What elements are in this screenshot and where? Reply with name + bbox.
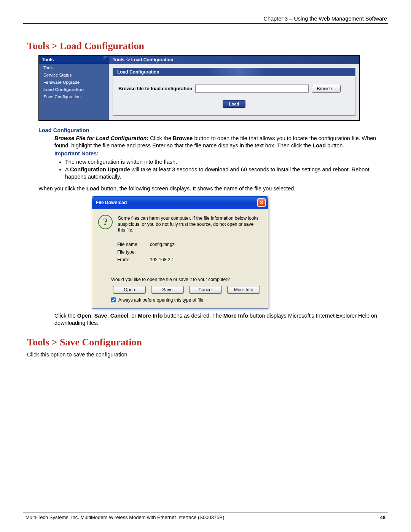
chapter-header: Chapter 3 – Using the Web Management Sof…	[23, 16, 388, 23]
label-from: From:	[117, 257, 147, 262]
notes-list: The new configuration is written into th…	[65, 158, 384, 181]
dialog-question: Would you like to open the file or save …	[111, 277, 262, 282]
sidebar-item-firmware-upgrade[interactable]: Firmware Upgrade	[39, 78, 109, 86]
browse-lead: Browse File for Load Configuration:	[54, 135, 148, 141]
always-ask-row[interactable]: Always ask before opening this type of f…	[111, 297, 262, 303]
after-load-text: When you click the Load button, the foll…	[38, 185, 384, 192]
webui-content: Tools -> Load Configuration Load Configu…	[109, 56, 359, 120]
save-config-text: Click this option to save the configurat…	[27, 351, 384, 358]
always-ask-checkbox[interactable]	[111, 297, 116, 302]
dialog-titlebar: File Download ✕	[92, 197, 268, 209]
dialog-fields: File name: config.tar.gz File type: From…	[117, 242, 262, 262]
browse-instruction: Browse File for Load Configuration: Clic…	[54, 135, 384, 149]
note-1: The new configuration is written into th…	[65, 158, 384, 166]
section-body: Browse file to load configuration Browse…	[113, 76, 355, 116]
dialog-top: ? Some files can harm your computer. If …	[98, 216, 262, 233]
subhead-load-config: Load Configuration	[38, 127, 384, 134]
always-ask-label: Always ask before opening this type of f…	[118, 297, 203, 303]
page-number: 48	[380, 514, 386, 520]
sidebar: Tools Tools Service Status Firmware Upgr…	[39, 56, 109, 120]
dialog-button-row: Open Save Cancel More Info	[111, 286, 262, 294]
sidebar-item-service-status[interactable]: Service Status	[39, 71, 109, 78]
cancel-button[interactable]: Cancel	[189, 286, 222, 294]
browse-button[interactable]: Browse...	[312, 85, 341, 93]
file-download-dialog: File Download ✕ ? Some files can harm yo…	[92, 196, 268, 308]
section-title-bar: Load Configuration	[113, 68, 355, 76]
doc-text-2: Click the Open, Save, Cancel, or More In…	[54, 312, 384, 327]
sidebar-item-load-configuration[interactable]: Load Configuration	[39, 86, 109, 93]
document-page: Chapter 3 – Using the Web Management Sof…	[0, 0, 411, 532]
value-filename: config.tar.gz	[150, 242, 175, 247]
subhead-notes: Important Notes:	[54, 150, 384, 157]
footer-text: Multi-Tech Systems, Inc. MultiModem Wire…	[25, 514, 224, 520]
row-filename: File name: config.tar.gz	[117, 242, 262, 247]
doc-text-1: Load Configuration Browse File for Load …	[38, 127, 384, 192]
page-body: Tools > Load Configuration Tools Tools S…	[23, 24, 388, 513]
dialog-title: File Download	[96, 200, 127, 205]
webui-panel: Tools Tools Service Status Firmware Upgr…	[38, 55, 360, 121]
load-button[interactable]: Load	[223, 100, 245, 108]
save-button[interactable]: Save	[151, 286, 184, 294]
browse-label: Browse file to load configuration	[118, 86, 192, 91]
question-icon: ?	[98, 215, 113, 229]
sidebar-item-tools[interactable]: Tools	[39, 64, 109, 71]
label-filename: File name:	[117, 242, 147, 247]
label-filetype: File type:	[117, 249, 147, 255]
sidebar-item-save-configuration[interactable]: Save Configuration	[39, 93, 109, 100]
note-2: A Configuration Upgrade will take at lea…	[65, 166, 384, 181]
section-heading-load: Tools > Load Configuration	[27, 40, 384, 52]
config-file-input[interactable]	[195, 85, 309, 93]
page-footer: Multi-Tech Systems, Inc. MultiModem Wire…	[23, 513, 388, 520]
row-from: From: 192.168.2.1	[117, 257, 262, 262]
row-filetype: File type:	[117, 249, 262, 255]
close-icon[interactable]: ✕	[257, 198, 266, 207]
open-button[interactable]: Open	[113, 286, 146, 294]
breadcrumb: Tools -> Load Configuration	[109, 56, 359, 64]
sidebar-tab[interactable]: Tools	[39, 56, 109, 64]
dialog-body: ? Some files can harm your computer. If …	[92, 209, 268, 308]
more-info-button[interactable]: More Info	[227, 286, 260, 294]
section-heading-save: Tools > Save Configuration	[27, 337, 384, 348]
dialog-message: Some files can harm your computer. If th…	[118, 216, 262, 233]
browse-row: Browse file to load configuration Browse…	[118, 85, 350, 93]
value-from: 192.168.2.1	[150, 257, 174, 262]
